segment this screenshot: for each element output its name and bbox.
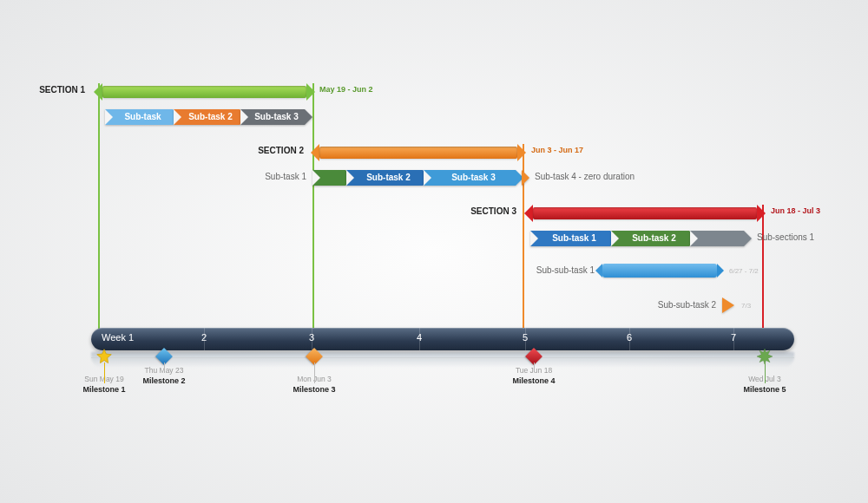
s1-task-1: Sub-task .chev[data-name="s1-task-1"]::a… — [105, 109, 173, 125]
tick-week-7: 7 — [731, 332, 736, 343]
section-3-bar — [533, 205, 757, 222]
tick-week-5: 5 — [523, 332, 528, 343]
s3-task-1: Sub-task 1 .chev[data-name="s3-task-1"]:… — [530, 231, 610, 246]
section-3-end-line — [762, 205, 764, 339]
tick-week-4: 4 — [417, 332, 422, 343]
s3-sst2-label: Sub-sub-task 2 — [634, 300, 716, 310]
section-2-bar — [319, 144, 517, 161]
section-1-label: SECTION 1 — [0, 85, 85, 95]
milestone-4: Tue Jun 18 Milestone 4 — [503, 350, 564, 385]
s3-sst2-note: 7/3 — [741, 302, 751, 310]
tick-week-2: 2 — [201, 332, 207, 343]
svg-marker-0 — [97, 349, 112, 363]
s3-subsections-label: Sub-sections 1 — [757, 232, 814, 242]
section-1-bar — [102, 83, 306, 101]
section-1-tasks: Sub-task .chev[data-name="s1-task-1"]::a… — [0, 108, 868, 126]
s2-task-3: Sub-task 3 .chev[data-name="s2-task-3"]:… — [424, 170, 516, 186]
s2-task-1: .chev[data-name="s2-task-1"]::after{bord… — [312, 170, 345, 186]
tick-week-6: 6 — [627, 332, 632, 343]
milestone-3: Mon Jun 3 Milestone 3 — [284, 350, 345, 394]
timeline-axis: Week 1 2 3 4 5 6 7 — [91, 328, 794, 350]
section-2-tasks: .chev[data-name="s2-task-1"]::after{bord… — [0, 169, 868, 186]
s3-sst2-marker — [722, 297, 734, 313]
s1-task-3: Sub-task 3 .chev[data-name="s1-task-3"]:… — [240, 109, 305, 125]
s2-task-4-marker — [522, 170, 529, 186]
s3-task-3: .chev[data-name="s3-task-3"]::after{bord… — [690, 231, 744, 246]
section-3-label: SECTION 3 — [430, 206, 516, 216]
s3-sst1-label: Sub-sub-task 1 — [512, 265, 595, 275]
s1-task-2: Sub-task 2 .chev[data-name="s1-task-2"]:… — [174, 109, 240, 125]
timeline-reflection — [91, 352, 794, 368]
tick-week-1: Week 1 — [102, 332, 134, 343]
gantt-chart: SECTION 1 May 19 - Jun 2 Sub-task .chev[… — [0, 0, 868, 503]
s2-task4-label: Sub-task 4 - zero duration — [535, 172, 635, 181]
milestone-2: Thu May 23 Milestone 2 — [134, 350, 194, 385]
s3-sst1-note: 6/27 - 7/2 — [729, 267, 759, 275]
section-2-dates: Jun 3 - Jun 17 — [531, 146, 583, 154]
section-3-dates: Jun 18 - Jul 3 — [771, 206, 820, 215]
s2-task-2: Sub-task 2 .chev[data-name="s2-task-2"]:… — [346, 170, 423, 186]
s3-sst1-bar — [602, 264, 717, 278]
s3-task-2: Sub-task 2 .chev[data-name="s3-task-2"]:… — [611, 231, 689, 246]
section-1-dates: May 19 - Jun 2 — [319, 85, 373, 94]
section-2-label: SECTION 2 — [217, 146, 304, 155]
milestone-5: Wed Jul 3 Milestone 5 — [734, 350, 795, 394]
tick-week-3: 3 — [309, 332, 314, 343]
milestone-1: Sun May 19 Milestone 1 — [74, 350, 135, 394]
section-3-row1: Sub-task 1 .chev[data-name="s3-task-1"]:… — [0, 230, 868, 247]
milestone-axis — [91, 357, 794, 358]
